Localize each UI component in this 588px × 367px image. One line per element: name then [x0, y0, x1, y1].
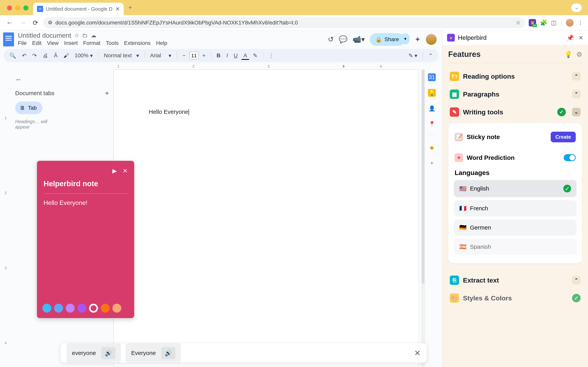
window-minimize[interactable] — [15, 5, 20, 10]
language-item-french[interactable]: 🇫🇷 French — [454, 200, 577, 216]
docs-logo-icon[interactable] — [3, 33, 14, 46]
text-color-button[interactable]: A — [242, 51, 249, 60]
font-family-select[interactable]: Arial ▾ — [148, 51, 173, 60]
horizontal-ruler[interactable]: 1 2 3 4 5 5 6 — [9, 64, 439, 69]
speak-icon[interactable]: 🔊 — [161, 347, 175, 359]
row-styles-colors[interactable]: 🎨 Styles & Colors ✓ — [448, 289, 582, 307]
share-dropdown[interactable]: ▾ — [401, 33, 409, 44]
window-close[interactable] — [7, 5, 12, 10]
vertical-scrollbar[interactable] — [421, 69, 425, 367]
window-zoom[interactable] — [23, 5, 28, 10]
extension-helperbird-icon[interactable]: 🦉on — [529, 19, 536, 26]
editing-mode-button[interactable]: ✎ ▾ — [406, 51, 419, 60]
undo-icon[interactable]: ↶ — [20, 51, 28, 60]
vertical-ruler[interactable]: 1 2 3 4 — [3, 69, 10, 367]
more-formatting-icon[interactable]: ⋮ — [267, 51, 276, 60]
tab-overflow-button[interactable]: ⌄ — [571, 3, 582, 12]
highlight-button[interactable]: ✎ — [251, 51, 259, 60]
paragraph-style-select[interactable]: Normal text ▾ — [102, 51, 141, 60]
chevron-up-icon[interactable]: ⌃ — [572, 276, 581, 284]
chevron-up-icon[interactable]: ⌃ — [572, 90, 581, 99]
helperbird-sticky-note[interactable]: ▶ ✕ Helperbird note Hello Everyone! — [37, 161, 134, 318]
addon-rail-icon[interactable]: ◆ — [428, 143, 436, 151]
italic-button[interactable]: I — [225, 51, 230, 60]
language-item-english[interactable]: 🇺🇸 English ✓ — [454, 180, 577, 197]
sticky-play-icon[interactable]: ▶ — [112, 167, 117, 174]
pin-icon[interactable]: 📌 — [567, 34, 574, 41]
profile-avatar-icon[interactable] — [566, 19, 574, 27]
contacts-rail-icon[interactable]: 👤 — [428, 104, 436, 112]
address-bar[interactable]: ⚙ docs.google.com/document/d/1S5hiNFZEpJ… — [43, 17, 525, 28]
menu-file[interactable]: File — [18, 40, 27, 46]
sticky-color-swatch[interactable] — [54, 304, 63, 313]
search-icon[interactable]: 🔍 — [7, 51, 18, 60]
create-sticky-button[interactable]: Create — [551, 132, 576, 142]
document-page[interactable]: Hello Everyone — [113, 69, 419, 367]
meet-icon[interactable]: 📹▾ — [353, 35, 365, 43]
document-tab-active[interactable]: 🗎 Tab — [15, 101, 42, 114]
history-icon[interactable]: ↺ — [328, 35, 334, 43]
zoom-select[interactable]: 100% ▾ — [73, 51, 95, 60]
menu-help[interactable]: Help — [156, 40, 167, 46]
back-button[interactable]: ← — [5, 19, 14, 26]
row-extract-text[interactable]: ⎘ Extract text ⌃ — [448, 271, 582, 289]
sticky-color-swatch[interactable] — [112, 304, 121, 313]
extensions-icon[interactable]: 🧩 — [540, 19, 547, 26]
bold-button[interactable]: B — [215, 51, 223, 60]
menu-extensions[interactable]: Extensions — [124, 40, 151, 46]
sticky-note-body[interactable]: Hello Everyone! — [43, 199, 128, 206]
browser-tab[interactable]: ≡ Untitled document - Google D ✕ — [33, 3, 124, 15]
add-addon-icon[interactable]: ＋ — [428, 159, 436, 167]
print-icon[interactable]: 🖨 — [41, 51, 50, 60]
panel-close-icon[interactable]: ✕ — [579, 34, 583, 41]
menu-tools[interactable]: Tools — [106, 40, 118, 46]
gemini-icon[interactable]: ✦ — [415, 35, 421, 44]
site-info-icon[interactable]: ⚙ — [48, 20, 52, 26]
fontsize-decrease[interactable]: − — [181, 51, 187, 60]
speak-icon[interactable]: 🔊 — [101, 347, 115, 359]
language-item-german[interactable]: 🇩🇪 Germen — [454, 219, 577, 235]
keep-rail-icon[interactable]: 💡 — [428, 89, 436, 97]
add-tab-button[interactable]: + — [105, 89, 109, 97]
reload-button[interactable]: ⟳ — [31, 19, 40, 27]
side-panel-icon[interactable]: ◫ — [551, 19, 556, 26]
document-title[interactable]: Untitled document — [18, 32, 71, 39]
lightbulb-icon[interactable]: 💡 — [564, 50, 572, 58]
new-tab-button[interactable]: ＋ — [127, 3, 133, 12]
maps-rail-icon[interactable]: 📍 — [428, 120, 436, 128]
prediction-chip[interactable]: everyone 🔊 — [67, 343, 121, 363]
fontsize-increase[interactable]: + — [200, 51, 208, 60]
sticky-color-swatch[interactable] — [66, 304, 75, 313]
row-writing-tools[interactable]: ✎ Writing tools ✓ ⌄ — [448, 103, 582, 121]
sticky-color-swatch-selected[interactable] — [89, 304, 98, 313]
star-icon[interactable]: ☆ — [74, 32, 79, 39]
collapse-toolbar-icon[interactable]: ⌃ — [426, 51, 435, 60]
forward-button[interactable]: → — [18, 19, 28, 26]
menu-format[interactable]: Format — [83, 40, 101, 46]
chrome-menu-icon[interactable]: ⋮ — [578, 19, 583, 26]
fontsize-input[interactable] — [190, 52, 199, 59]
prediction-close-icon[interactable]: ✕ — [414, 349, 421, 358]
account-avatar[interactable] — [426, 34, 437, 45]
redo-icon[interactable]: ↷ — [30, 51, 39, 60]
spellcheck-icon[interactable]: Ă — [52, 51, 60, 60]
cloud-status-icon[interactable]: ☁ — [91, 32, 96, 39]
bookmark-star-icon[interactable]: ☆ — [516, 19, 520, 26]
word-prediction-toggle[interactable] — [564, 154, 576, 161]
sticky-color-swatch[interactable] — [78, 304, 86, 313]
move-icon[interactable]: 🗀 — [82, 32, 88, 39]
chevron-up-icon[interactable]: ⌃ — [572, 72, 581, 81]
calendar-rail-icon[interactable]: 31 — [428, 73, 436, 81]
underline-button[interactable]: U — [232, 51, 240, 60]
row-reading-options[interactable]: Tᴛ Reading options ⌃ — [448, 67, 582, 85]
tab-close[interactable]: ✕ — [115, 6, 120, 12]
sticky-color-swatch[interactable] — [42, 304, 51, 313]
menu-edit[interactable]: Edit — [32, 40, 41, 46]
sticky-color-swatch[interactable] — [101, 304, 110, 313]
menu-insert[interactable]: Insert — [64, 40, 78, 46]
chevron-down-icon[interactable]: ⌄ — [572, 108, 581, 116]
comments-icon[interactable]: 💬 — [339, 35, 347, 43]
row-paragraphs[interactable]: ▦ Paragraphs ⌃ — [448, 85, 582, 103]
sticky-close-icon[interactable]: ✕ — [123, 167, 128, 174]
settings-gear-icon[interactable]: ⚙ — [576, 50, 582, 58]
